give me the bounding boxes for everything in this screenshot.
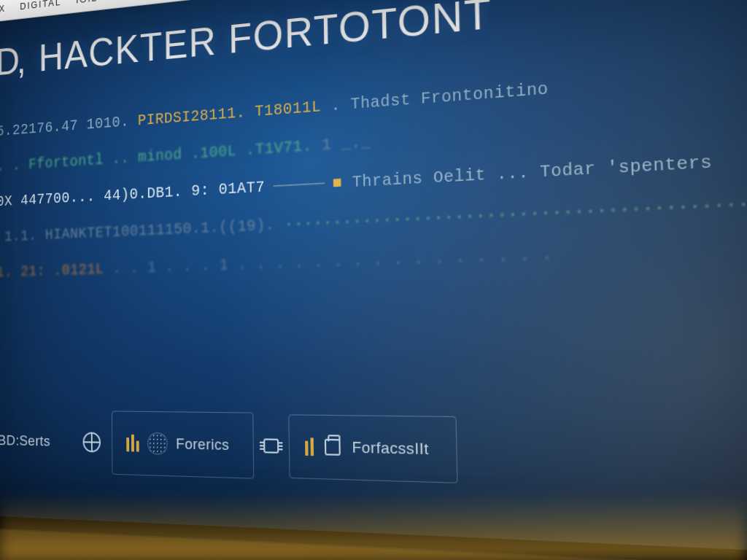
wheel-icon[interactable]	[82, 432, 101, 452]
toolbar-item-forfacss[interactable]: ForfacssIIt	[289, 414, 457, 483]
terminal-token: . . 1 . . . 1 . . . . . . . . . . . . . …	[112, 244, 552, 277]
terminal-token: ■	[333, 173, 352, 192]
toolbar-item-serts[interactable]: IBD:Serts	[0, 411, 72, 471]
titlebar-item: INLUX	[0, 3, 6, 18]
terminal-token: 1 _._	[312, 133, 371, 155]
bars-icon	[305, 438, 314, 456]
terminal-token: 0111. 21: .0121L	[0, 260, 112, 281]
terminal-token: . Thadst Frontonitino	[331, 79, 549, 115]
chip-icon[interactable]	[260, 436, 283, 456]
terminal-output: 1035.22176.47 1010. PIRDSI28111. T18011L…	[0, 47, 747, 291]
toolbar-item-forensics[interactable]: Forerics	[112, 411, 255, 478]
terminal-token: PIRDSI28111. T18011L	[129, 96, 331, 130]
terminal-token: 110 1.1. HIANKTET100111150.1.((19).	[0, 215, 285, 246]
terminal-token: 1710X 447700... 44)0.DB1. 9: 01AT7	[0, 178, 265, 211]
titlebar-item: IGIL	[76, 0, 98, 6]
terminal-token: 1035.22176.47 1010.	[0, 112, 129, 141]
svg-rect-0	[265, 439, 279, 452]
toolbar-label: IBD:Serts	[0, 432, 50, 449]
page-title-mid: HACKTER	[39, 18, 217, 79]
titlebar-item: DIGITAL	[20, 0, 61, 12]
grid-icon	[147, 432, 168, 455]
terminal-token: ──────	[265, 174, 333, 196]
toolbar-label: Forerics	[176, 435, 229, 454]
bottom-toolbar: IBD:Serts Forerics ForfacssIIt	[0, 409, 747, 497]
laptop-frame: INLUX DIGITAL IGIL ✕ SD, HACKTER FORTOTO…	[0, 0, 747, 560]
screen: INLUX DIGITAL IGIL ✕ SD, HACKTER FORTOTO…	[0, 0, 747, 555]
bars-icon	[126, 435, 139, 452]
package-icon	[323, 437, 342, 457]
content-area: SD, HACKTER FORTOTONT 1035.22176.47 1010…	[0, 0, 747, 555]
toolbar-label: ForfacssIIt	[352, 438, 429, 459]
page-title-post: FORTOTONT	[228, 0, 492, 62]
